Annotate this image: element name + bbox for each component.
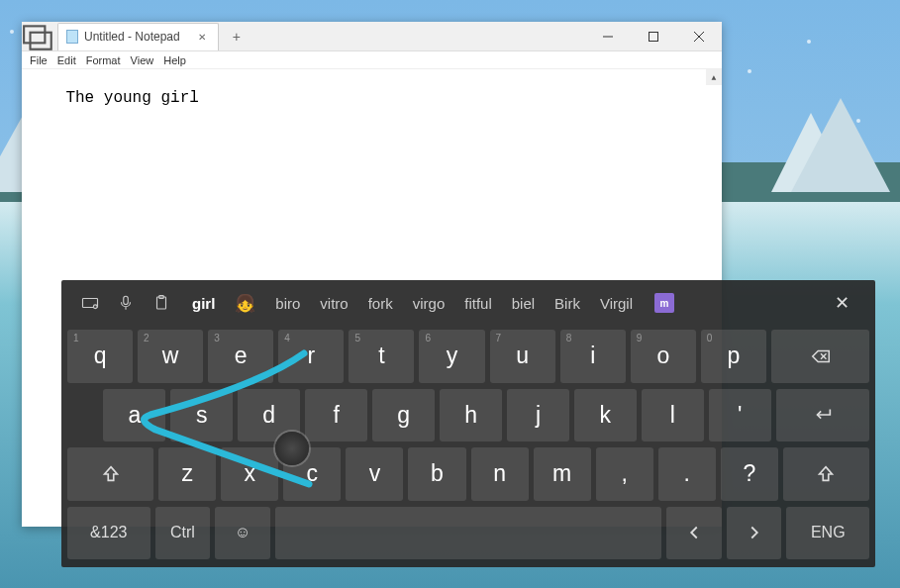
svg-rect-1: [31, 32, 51, 49]
key-r[interactable]: 4r: [278, 330, 344, 383]
keyboard-close-button[interactable]: ✕: [822, 283, 861, 323]
suggestion-Virgil[interactable]: Virgil: [590, 280, 643, 326]
suggestion-vitro[interactable]: vitro: [310, 280, 357, 326]
key-backspace[interactable]: [771, 330, 869, 383]
key-t[interactable]: 5t: [349, 330, 414, 383]
key-j[interactable]: j: [507, 389, 569, 442]
key-shift-left[interactable]: [67, 447, 153, 501]
suggestion-fitful[interactable]: fitful: [454, 280, 502, 326]
tab-title: Untitled - Notepad: [84, 30, 180, 44]
key-l[interactable]: l: [642, 389, 704, 442]
key-m[interactable]: m: [534, 447, 591, 501]
menu-format[interactable]: Format: [82, 51, 125, 68]
key-comma[interactable]: ,: [596, 447, 653, 501]
suggestion-fork[interactable]: fork: [358, 280, 403, 326]
key-a[interactable]: a: [103, 389, 165, 442]
key-arrow-right[interactable]: [727, 507, 782, 560]
key-language[interactable]: ENG: [786, 507, 869, 560]
touch-indicator: [275, 432, 309, 465]
key-ctrl[interactable]: Ctrl: [155, 507, 211, 560]
key-w[interactable]: 2w: [138, 330, 203, 383]
key-arrow-left[interactable]: [666, 507, 722, 560]
key-question[interactable]: ?: [721, 447, 778, 501]
text-content: The young girl: [65, 89, 198, 107]
scroll-up-button[interactable]: ▲: [706, 69, 722, 85]
titlebar: Untitled - Notepad ✕ +: [22, 22, 722, 51]
key-o[interactable]: 9o: [631, 330, 696, 383]
key-enter[interactable]: [776, 389, 869, 442]
key-apostrophe[interactable]: ': [709, 389, 771, 442]
key-emoji[interactable]: ☺: [215, 507, 270, 560]
key-period[interactable]: .: [658, 447, 716, 501]
suggestion-virgo[interactable]: virgo: [403, 280, 455, 326]
microphone-icon[interactable]: [111, 288, 141, 318]
key-y[interactable]: 6y: [419, 330, 484, 383]
accent-tile-icon[interactable]: m: [654, 293, 674, 313]
suggestion-biro[interactable]: biro: [265, 280, 310, 326]
key-u[interactable]: 7u: [490, 330, 555, 383]
close-button[interactable]: [676, 22, 722, 51]
key-q[interactable]: 1q: [67, 330, 133, 383]
key-p[interactable]: 0p: [701, 330, 766, 383]
suggestion-Birk[interactable]: Birk: [545, 280, 590, 326]
minimize-button[interactable]: [585, 22, 631, 51]
keyboard-settings-icon[interactable]: [75, 288, 105, 318]
key-h[interactable]: h: [440, 389, 502, 442]
svg-point-7: [93, 305, 97, 309]
suggestion-emoji[interactable]: 👧: [225, 280, 265, 326]
svg-rect-8: [124, 296, 129, 304]
task-view-icon[interactable]: [22, 22, 55, 51]
notepad-tab[interactable]: Untitled - Notepad ✕: [57, 23, 219, 50]
key-b[interactable]: b: [408, 447, 465, 501]
svg-rect-3: [650, 32, 658, 41]
key-shift-right[interactable]: [783, 447, 869, 501]
maximize-button[interactable]: [631, 22, 676, 51]
key-e[interactable]: 3e: [208, 330, 273, 383]
menu-file[interactable]: File: [26, 51, 51, 68]
menubar: File Edit Format View Help: [22, 51, 722, 69]
suggestion-girl[interactable]: girl: [182, 280, 225, 326]
menu-help[interactable]: Help: [159, 51, 190, 68]
key-f[interactable]: f: [305, 389, 367, 442]
new-tab-button[interactable]: +: [223, 23, 250, 50]
key-s[interactable]: s: [170, 389, 233, 442]
key-symbols[interactable]: &123: [67, 507, 150, 560]
key-g[interactable]: g: [372, 389, 435, 442]
tab-close-button[interactable]: ✕: [194, 29, 210, 45]
key-i[interactable]: 8i: [560, 330, 626, 383]
menu-view[interactable]: View: [127, 51, 158, 68]
svg-rect-0: [24, 26, 45, 43]
keyboard-top-bar: girl👧birovitroforkvirgofitfulbielBirkVir…: [61, 280, 875, 326]
key-n[interactable]: n: [471, 447, 529, 501]
key-v[interactable]: v: [346, 447, 403, 501]
key-space[interactable]: [275, 507, 661, 560]
key-k[interactable]: k: [574, 389, 637, 442]
clipboard-icon[interactable]: [147, 288, 176, 318]
menu-edit[interactable]: Edit: [53, 51, 80, 68]
document-icon: [66, 30, 78, 44]
onscreen-keyboard: girl👧birovitroforkvirgofitfulbielBirkVir…: [61, 280, 875, 567]
key-x[interactable]: x: [221, 447, 278, 501]
suggestion-biel[interactable]: biel: [502, 280, 545, 326]
key-z[interactable]: z: [158, 447, 216, 501]
